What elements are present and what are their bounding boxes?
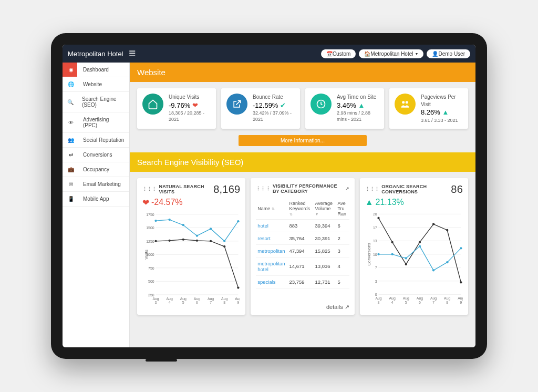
grip-icon[interactable]: ⋮⋮⋮	[142, 187, 157, 192]
cell-ranked: 23,759	[288, 275, 314, 288]
clock-icon	[311, 94, 332, 115]
svg-text:Aug: Aug	[167, 296, 173, 301]
sidebar-item-label: Mobile App	[79, 196, 109, 202]
trend-up-icon: ▲	[442, 108, 449, 116]
expand-icon[interactable]: ↗	[345, 186, 349, 191]
briefcase-icon: 💼	[67, 167, 75, 172]
col-ranked[interactable]: Ranked Keywords ⇅	[288, 198, 314, 220]
table-row[interactable]: metropolitan 47,394 15,825 3	[256, 244, 349, 257]
panel-natural-search: ⋮⋮⋮ NATURAL SEARCH VISITS 8,169 ❤ -24.57…	[137, 178, 245, 315]
panel-organic-conversions: ⋮⋮⋮ ORGANIC SEARCH CONVERSIONS 86 ▲ 21.1…	[360, 178, 468, 315]
svg-text:6: 6	[196, 301, 198, 304]
panel-value: 86	[451, 183, 463, 195]
svg-text:3: 3	[377, 301, 379, 304]
stat-unique-visits[interactable]: Unique Visits -9.76% ❤ 18,305 / 20,285 -…	[137, 88, 216, 129]
stat-label: Bounce Rate	[253, 94, 295, 101]
svg-text:17: 17	[373, 226, 377, 230]
table-row[interactable]: metropolitan hotel 14,671 13,036 4	[256, 257, 349, 275]
svg-text:4: 4	[169, 301, 171, 304]
stat-sub: 32.42% / 37.09% - 2021	[253, 110, 295, 122]
stat-value: 3.46% ▲	[337, 101, 379, 110]
cell-name[interactable]: resort	[256, 232, 287, 244]
svg-point-36	[210, 240, 212, 242]
table-row[interactable]: specials 23,759 12,731 5	[256, 275, 349, 288]
svg-point-83	[391, 253, 393, 255]
svg-text:500: 500	[148, 280, 154, 283]
cell-name[interactable]: metropolitan	[256, 244, 287, 257]
envelope-icon: ✉	[67, 181, 75, 187]
svg-point-82	[377, 253, 379, 255]
grip-icon[interactable]: ⋮⋮⋮	[365, 187, 380, 192]
sidebar-item-label: Email Marketing	[79, 181, 121, 187]
more-info-button[interactable]: More Information...	[239, 135, 367, 146]
sidebar-item-social[interactable]: 👥 Social Reputation	[63, 133, 129, 148]
stat-avg-time[interactable]: Avg Time on Site 3.46% ▲ 2.98 mins / 2.8…	[305, 88, 384, 129]
sidebar-item-label: Dashboard	[79, 67, 125, 73]
home-icon	[142, 94, 163, 115]
cell-avgvol: 30,391	[314, 232, 336, 244]
sidebar-item-ppc[interactable]: 👁 Advertising (PPC)	[63, 112, 129, 133]
user-button[interactable]: 👤 Demo User	[427, 49, 470, 58]
trend-down-icon: ❤	[192, 101, 198, 109]
svg-text:20: 20	[373, 212, 377, 216]
svg-text:Aug: Aug	[152, 296, 159, 301]
hotel-label: Metropolitan Hotel	[370, 51, 413, 57]
topbar: Metropolitan Hotel ☰ 📅 Custom 🏠 Metropol…	[63, 45, 475, 63]
users-icon: 👥	[67, 137, 75, 143]
trend-up-icon: ▲	[365, 198, 374, 207]
panel-value: 8,169	[213, 183, 240, 195]
hamburger-icon[interactable]: ☰	[129, 49, 136, 58]
sidebar-item-website[interactable]: 🌐 Website	[63, 77, 129, 92]
svg-text:Aug: Aug	[417, 296, 423, 301]
svg-text:1250: 1250	[146, 239, 154, 243]
popout-icon: ↗	[345, 304, 349, 311]
sidebar-item-mobile[interactable]: 📱 Mobile App	[63, 192, 129, 207]
search-icon: 🔍	[67, 99, 74, 105]
cell-avgvol: 15,825	[314, 244, 336, 257]
chart-organic-conversions: 03710131720Aug3Aug4Aug5Aug6Aug7Aug8Aug9C…	[365, 210, 463, 310]
col-avgrank[interactable]: Ave Tru Ran	[336, 198, 349, 220]
svg-point-86	[432, 269, 434, 271]
cell-name[interactable]: specials	[256, 275, 287, 288]
cell-ranked: 47,394	[288, 244, 314, 257]
cell-name[interactable]: hotel	[256, 219, 287, 232]
svg-point-79	[432, 223, 434, 225]
svg-point-76	[391, 241, 393, 243]
sidebar-item-conversions[interactable]: ⇄ Conversions	[63, 148, 129, 162]
panel-change: ▲ 21.13%	[365, 198, 463, 207]
col-avgvol[interactable]: Average Volume ▼	[314, 198, 336, 220]
svg-text:7: 7	[210, 301, 212, 304]
hotel-selector[interactable]: 🏠 Metropolitan Hotel ▼	[359, 49, 423, 58]
cell-avgrank: 3	[336, 244, 349, 257]
stat-bounce-rate[interactable]: Bounce Rate -12.59% ✔ 32.42% / 37.09% - …	[221, 88, 300, 129]
sidebar-item-dashboard[interactable]: ◉ Dashboard	[63, 63, 129, 77]
col-name[interactable]: Name ⇅	[256, 198, 287, 220]
svg-text:6: 6	[419, 301, 421, 304]
svg-text:Aug: Aug	[208, 296, 214, 301]
svg-text:7: 7	[432, 301, 434, 304]
svg-text:13: 13	[373, 239, 377, 243]
stat-pageviews[interactable]: Pageviews Per Visit 8.26% ▲ 3.61 / 3.33 …	[389, 88, 468, 129]
svg-text:3: 3	[375, 279, 377, 283]
table-row[interactable]: resort 35,764 30,391 2	[256, 232, 349, 244]
trend-up-icon: ✔	[280, 101, 286, 109]
sidebar-item-email[interactable]: ✉ Email Marketing	[63, 177, 129, 192]
table-row[interactable]: hotel 883 39,394 6	[256, 219, 349, 232]
svg-text:Aug: Aug	[221, 296, 227, 301]
grip-icon[interactable]: ⋮⋮⋮	[256, 186, 271, 191]
sort-icon: ⇅	[272, 207, 275, 211]
cell-avgrank: 6	[336, 219, 349, 232]
sidebar-item-occupancy[interactable]: 💼 Occupancy	[63, 162, 129, 177]
panel-visibility: ⋮⋮⋮ VISIBILITY PERFORMANCE BY CATEGORY ↗…	[251, 178, 354, 315]
details-link[interactable]: details ↗	[326, 304, 349, 311]
custom-button[interactable]: 📅 Custom	[321, 49, 356, 58]
sidebar: ◉ Dashboard 🌐 Website 🔍 Search Engine (S…	[63, 63, 130, 347]
svg-text:3: 3	[155, 301, 157, 304]
cell-ranked: 35,764	[288, 232, 314, 244]
svg-point-44	[223, 240, 225, 242]
cell-name[interactable]: metropolitan hotel	[256, 257, 287, 275]
svg-point-81	[460, 281, 462, 283]
svg-text:Aug: Aug	[458, 296, 463, 301]
sidebar-item-label: Conversions	[79, 152, 112, 158]
sidebar-item-seo[interactable]: 🔍 Search Engine (SEO)	[63, 92, 129, 112]
